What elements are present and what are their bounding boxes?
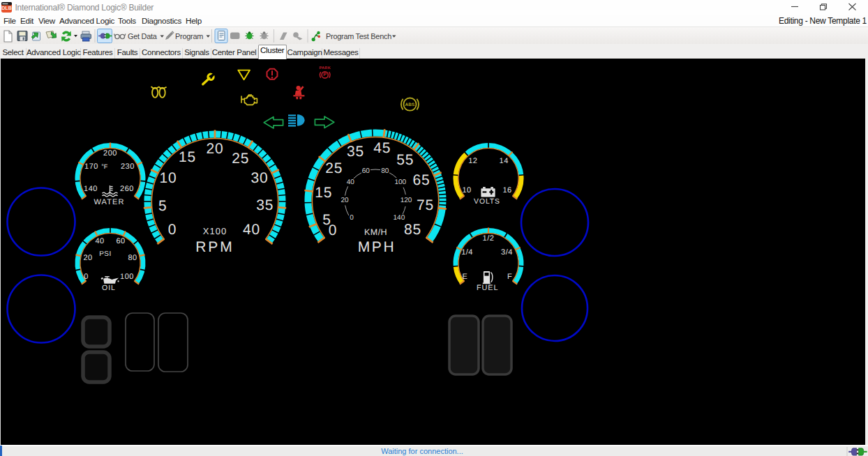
svg-text:International® Diamond Logic®: International® Diamond Logic® Builder (15, 3, 154, 13)
svg-text:X100: X100 (203, 226, 227, 236)
svg-text:80: 80 (381, 167, 389, 175)
svg-text:65: 65 (412, 172, 430, 188)
svg-text:55: 55 (396, 152, 414, 168)
svg-text:80: 80 (128, 254, 137, 262)
svg-text:140: 140 (84, 185, 98, 193)
svg-text:MPH: MPH (358, 239, 396, 255)
svg-text:WATER: WATER (94, 198, 125, 206)
svg-text:230: 230 (121, 162, 135, 171)
svg-text:40: 40 (243, 222, 260, 238)
svg-text:100: 100 (120, 273, 134, 281)
svg-text:Program Test Bench: Program Test Bench (326, 32, 391, 40)
svg-text:0: 0 (84, 273, 89, 281)
svg-text:140: 140 (394, 214, 405, 222)
svg-text:1/2: 1/2 (483, 234, 495, 243)
svg-text:260: 260 (120, 185, 134, 193)
svg-text:ABS: ABS (405, 102, 415, 107)
svg-text:85: 85 (404, 222, 421, 238)
svg-text:F: F (507, 273, 512, 281)
svg-text:10: 10 (159, 170, 177, 186)
svg-text:5: 5 (158, 198, 167, 214)
svg-text:PARK: PARK (319, 66, 331, 70)
svg-text:0: 0 (168, 222, 177, 238)
svg-text:200: 200 (103, 149, 117, 158)
svg-text:1/4: 1/4 (461, 248, 473, 257)
svg-text:Get Data: Get Data (128, 32, 158, 40)
svg-text:0: 0 (350, 214, 354, 222)
svg-text:DLB: DLB (1, 6, 11, 10)
svg-text:170: 170 (84, 162, 98, 171)
svg-text:15: 15 (179, 149, 196, 165)
svg-text:40: 40 (347, 178, 355, 186)
svg-text:VOLTS: VOLTS (474, 198, 500, 206)
svg-text:15: 15 (315, 185, 332, 201)
svg-text:Program: Program (175, 32, 203, 40)
svg-text:16: 16 (502, 186, 511, 195)
svg-text:14: 14 (500, 157, 509, 165)
svg-text:120: 120 (401, 197, 412, 204)
svg-text:P: P (323, 73, 327, 77)
svg-text:3/4: 3/4 (501, 248, 513, 257)
svg-text:40: 40 (95, 237, 104, 245)
svg-text:oF: oF (102, 163, 108, 170)
svg-text:20: 20 (341, 197, 349, 204)
svg-text:75: 75 (417, 197, 434, 213)
svg-text:25: 25 (325, 160, 343, 176)
svg-text:RPM: RPM (195, 239, 234, 255)
svg-text:20: 20 (83, 254, 92, 262)
svg-text:100: 100 (394, 178, 406, 186)
svg-text:35: 35 (347, 144, 364, 160)
svg-text:60: 60 (116, 237, 125, 245)
svg-text:25: 25 (232, 151, 249, 167)
svg-text:20: 20 (207, 141, 224, 157)
svg-text:12: 12 (468, 157, 477, 165)
svg-text:PSI: PSI (99, 250, 112, 258)
svg-text:KM/H: KM/H (364, 227, 387, 237)
svg-text:30: 30 (250, 170, 268, 186)
svg-text:35: 35 (256, 197, 274, 213)
svg-text:60: 60 (362, 167, 371, 175)
svg-text:E: E (462, 273, 467, 281)
svg-text:45: 45 (373, 140, 391, 156)
svg-text:0: 0 (329, 222, 337, 238)
svg-text:OIL: OIL (102, 284, 116, 292)
svg-text:10: 10 (462, 186, 471, 195)
svg-text:FUEL: FUEL (477, 284, 499, 292)
